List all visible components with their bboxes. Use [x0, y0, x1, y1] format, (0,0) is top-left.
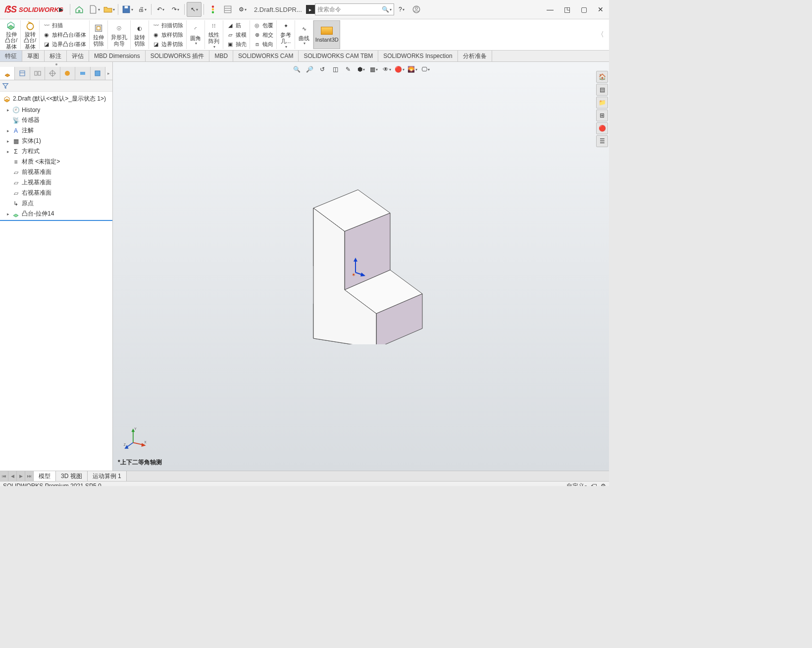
linear-pattern-button[interactable]: ⁝⁝线性 阵列▾: [207, 19, 221, 50]
view-settings-icon[interactable]: 🖵▾: [419, 64, 431, 75]
curves-button[interactable]: ∿曲线▾: [297, 23, 311, 47]
tab-analysis-prep[interactable]: 分析准备: [458, 51, 492, 61]
intersect-button[interactable]: ⊗相交: [252, 30, 275, 39]
taskpane-home-icon[interactable]: 🏠: [596, 71, 608, 83]
reference-geometry-button[interactable]: ✦参考 几...▾: [279, 19, 293, 50]
tab-solidworks-cam[interactable]: SOLIDWORKS CAM: [233, 51, 299, 61]
taskpane-view-palette-icon[interactable]: ⊞: [596, 109, 608, 121]
status-tag-icon[interactable]: 🏷: [591, 483, 597, 486]
tree-material[interactable]: ≡材质 <未指定>: [0, 157, 112, 167]
tab-solidworks-inspection[interactable]: SOLIDWORKS Inspection: [378, 51, 457, 61]
extruded-cut-button[interactable]: 拉伸 切除: [92, 22, 105, 48]
tree-front-plane[interactable]: ▱前视基准面: [0, 167, 112, 177]
property-manager-tab[interactable]: [15, 67, 30, 80]
rollback-bar[interactable]: [0, 220, 112, 221]
undo-icon[interactable]: ↶▾: [153, 2, 167, 16]
taskpane-file-explorer-icon[interactable]: 📁: [596, 97, 608, 108]
print-icon[interactable]: 🖨▾: [135, 2, 149, 16]
ribbon-collapse-icon[interactable]: 〈: [597, 20, 607, 49]
lofted-boss-button[interactable]: ◉放样凸台/基体: [41, 30, 88, 39]
bottom-tab-model[interactable]: 模型: [34, 471, 56, 481]
traffic-light-icon[interactable]: [206, 2, 220, 16]
form-icon[interactable]: [221, 2, 235, 16]
section-view-icon[interactable]: ◫: [329, 64, 341, 75]
taskpane-appearances-icon[interactable]: 🔴: [596, 122, 608, 134]
taskpane-custom-props-icon[interactable]: ☰: [596, 135, 608, 147]
new-file-icon[interactable]: ▾: [87, 2, 101, 16]
zoom-area-icon[interactable]: 🔎: [304, 64, 315, 75]
tree-equations[interactable]: ▸Σ方程式: [0, 146, 112, 157]
tab-solidworks-cam-tbm[interactable]: SOLIDWORKS CAM TBM: [299, 51, 378, 61]
hide-show-icon[interactable]: 👁▾: [381, 64, 393, 75]
tree-top-plane[interactable]: ▱上视基准面: [0, 177, 112, 188]
tree-history[interactable]: ▸🕘History: [0, 105, 112, 115]
minimize-button[interactable]: —: [542, 0, 558, 19]
revolved-boss-button[interactable]: 旋转 凸台/ 基体: [22, 19, 38, 51]
gear-icon[interactable]: ⚙▾: [236, 2, 250, 16]
panel-drag-handle[interactable]: [0, 62, 112, 67]
tab-mbd-dimensions[interactable]: MBD Dimensions: [89, 51, 146, 61]
tab-feature[interactable]: 特征: [0, 51, 22, 61]
user-account-icon[interactable]: [409, 2, 423, 16]
boundary-boss-button[interactable]: ◪边界凸台/基体: [41, 40, 88, 49]
more-tabs-icon[interactable]: ▸: [105, 67, 112, 80]
tree-boss-extrude-14[interactable]: ▸凸台-拉伸14: [0, 209, 112, 219]
apply-scene-icon[interactable]: 🌄▾: [406, 64, 418, 75]
tree-origin[interactable]: ↳原点: [0, 198, 112, 209]
view-triad-icon[interactable]: Y X Z: [123, 426, 148, 451]
previous-view-icon[interactable]: ↺: [316, 64, 328, 75]
tab-nav-next-icon[interactable]: ▶: [17, 471, 25, 481]
backstage-button[interactable]: ◳: [558, 0, 575, 19]
dynamic-annotation-icon[interactable]: ✎: [342, 64, 354, 75]
edit-appearance-icon[interactable]: 🔴▾: [394, 64, 406, 75]
tab-nav-last-icon[interactable]: ⏭: [25, 471, 34, 481]
tree-right-plane[interactable]: ▱右视基准面: [0, 188, 112, 198]
instant3d-button[interactable]: Instant3D: [313, 20, 340, 49]
tree-sensors[interactable]: 📡传感器: [0, 115, 112, 125]
cam-manager-tab[interactable]: [75, 67, 90, 80]
command-prompt-icon[interactable]: ▸: [306, 5, 315, 14]
tree-annotations[interactable]: ▸A注解: [0, 125, 112, 136]
help-icon[interactable]: ?▾: [395, 2, 408, 16]
mirror-button[interactable]: ⧈镜向: [252, 40, 275, 49]
dimxpert-manager-tab[interactable]: [45, 67, 60, 80]
swept-cut-button[interactable]: 〰扫描切除: [151, 21, 185, 30]
swept-boss-button[interactable]: 〰扫描: [41, 21, 88, 30]
display-style-icon[interactable]: ▦▾: [368, 64, 380, 75]
play-icon[interactable]: ▶: [54, 2, 68, 16]
fillet-button[interactable]: ◜圆角▾: [189, 23, 203, 47]
boundary-cut-button[interactable]: ◪边界切除: [151, 40, 185, 49]
tab-sketch[interactable]: 草图: [22, 51, 45, 61]
zoom-fit-icon[interactable]: 🔍: [291, 64, 303, 75]
status-unit-system[interactable]: 自定义 ▾: [566, 482, 587, 486]
restore-button[interactable]: ▢: [575, 0, 592, 19]
wrap-button[interactable]: ◎包覆: [252, 21, 275, 30]
shell-button[interactable]: ▣抽壳: [225, 40, 248, 49]
tree-solid-bodies[interactable]: ▸▦实体(1): [0, 136, 112, 146]
graphics-viewport[interactable]: ⬜ ⬜ — ▣ ✕ 🔍 🔎 ↺ ◫ ✎ ⬢▾ ▦▾ 👁▾ 🔴▾ 🌄▾ 🖵▾ 🏠 …: [113, 62, 609, 471]
close-button[interactable]: ✕: [592, 0, 609, 19]
extruded-boss-button[interactable]: 拉伸 凸台/ 基体: [3, 19, 19, 51]
display-manager-tab[interactable]: [60, 67, 75, 80]
revolved-cut-button[interactable]: ◐旋转 切除: [133, 22, 147, 48]
tree-filter-button[interactable]: [0, 80, 112, 92]
tab-annotate[interactable]: 标注: [45, 51, 67, 61]
lofted-cut-button[interactable]: ◉放样切除: [151, 30, 185, 39]
select-cursor-icon[interactable]: ↖▾: [187, 2, 202, 17]
hole-wizard-button[interactable]: ⦾异形孔 向导: [109, 22, 129, 48]
status-gear-icon[interactable]: ⚙: [601, 483, 606, 486]
draft-button[interactable]: ▱拔模: [225, 30, 248, 39]
tab-evaluate[interactable]: 评估: [67, 51, 89, 61]
bottom-tab-3dview[interactable]: 3D 视图: [56, 471, 88, 481]
save-icon[interactable]: ▾: [120, 2, 134, 16]
view-orientation-icon[interactable]: ⬢▾: [355, 64, 367, 75]
rib-button[interactable]: ◢筋: [225, 21, 248, 30]
feature-manager-tab[interactable]: [0, 67, 15, 80]
tree-root-node[interactable]: 2.Draft (默认<<默认>_显示状态 1>): [0, 93, 112, 105]
tab-solidworks-addins[interactable]: SOLIDWORKS 插件: [146, 51, 210, 61]
home-icon[interactable]: [72, 2, 86, 16]
open-file-icon[interactable]: ▾: [102, 2, 116, 16]
tab-nav-prev-icon[interactable]: ◀: [8, 471, 17, 481]
tab-mbd[interactable]: MBD: [209, 51, 233, 61]
cam-tool-tab[interactable]: [91, 67, 105, 80]
